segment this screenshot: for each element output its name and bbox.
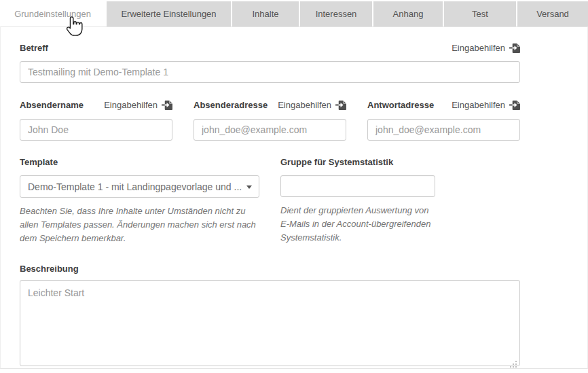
gruppe-field: Gruppe für Systemstatistik Dient der gru… bbox=[280, 157, 435, 245]
beschreibung-label: Beschreibung bbox=[20, 264, 79, 274]
chevron-down-icon bbox=[246, 185, 252, 189]
template-row: Template Demo-Template 1 - mit Landingpa… bbox=[20, 157, 520, 245]
absendername-field: Absendername Eingabehilfen bbox=[20, 100, 172, 141]
template-selected-value: Demo-Template 1 - mit Landingpagevorlage… bbox=[28, 181, 242, 192]
absenderadresse-field: Absenderadresse Eingabehilfen bbox=[194, 100, 346, 141]
tab-anhang[interactable]: Anhang bbox=[373, 1, 443, 26]
arrow-into-page-icon bbox=[335, 100, 346, 110]
betreff-label: Betreff bbox=[20, 43, 48, 53]
betreff-header: Betreff Eingabehilfen bbox=[20, 43, 520, 53]
antwortadresse-eingabehilfen-link[interactable]: Eingabehilfen bbox=[452, 100, 520, 110]
beschreibung-textarea[interactable]: Leichter Start bbox=[20, 280, 520, 366]
tab-interessen[interactable]: Interessen bbox=[300, 1, 372, 26]
arrow-into-page-icon bbox=[162, 100, 172, 110]
absendername-eingabehilfen-link[interactable]: Eingabehilfen bbox=[104, 100, 172, 110]
antwortadresse-label: Antwortadresse bbox=[367, 100, 434, 110]
absendername-input[interactable] bbox=[20, 119, 172, 141]
tab-test[interactable]: Test bbox=[444, 1, 516, 26]
absenderadresse-input[interactable] bbox=[194, 119, 346, 141]
template-help-text: Beachten Sie, dass Ihre Inhalte unter Um… bbox=[20, 205, 259, 245]
eingabehilfen-label: Eingabehilfen bbox=[452, 43, 505, 53]
arrow-into-page-icon bbox=[509, 100, 520, 110]
tab-versand[interactable]: Versand bbox=[517, 1, 588, 26]
template-select[interactable]: Demo-Template 1 - mit Landingpagevorlage… bbox=[20, 175, 259, 198]
gruppe-input[interactable] bbox=[280, 175, 435, 197]
gruppe-label: Gruppe für Systemstatistik bbox=[280, 157, 393, 167]
betreff-eingabehilfen-link[interactable]: Eingabehilfen bbox=[452, 43, 520, 53]
tab-inhalte[interactable]: Inhalte bbox=[232, 1, 299, 26]
arrow-into-page-icon bbox=[509, 43, 520, 53]
tab-erweiterte-einstellungen[interactable]: Erweiterte Einstellungen bbox=[107, 1, 231, 26]
gruppe-help-text: Dient der gruppierten Auswertung von E-M… bbox=[280, 204, 435, 245]
grundeinstellungen-panel: Betreff Eingabehilfen Absendername Einga… bbox=[0, 26, 588, 369]
absendername-label: Absendername bbox=[20, 100, 84, 110]
sender-row: Absendername Eingabehilfen bbox=[20, 100, 520, 141]
eingabehilfen-label: Eingabehilfen bbox=[104, 100, 158, 110]
eingabehilfen-label: Eingabehilfen bbox=[452, 100, 505, 110]
betreff-input[interactable] bbox=[20, 61, 520, 83]
absenderadresse-label: Absenderadresse bbox=[194, 100, 268, 110]
tab-bar: Grundeinstellungen Erweiterte Einstellun… bbox=[0, 0, 588, 26]
template-label: Template bbox=[20, 157, 58, 167]
beschreibung-field: Beschreibung Leichter Start bbox=[20, 264, 520, 366]
absenderadresse-eingabehilfen-link[interactable]: Eingabehilfen bbox=[278, 100, 346, 110]
tab-grundeinstellungen[interactable]: Grundeinstellungen bbox=[0, 1, 105, 26]
eingabehilfen-label: Eingabehilfen bbox=[278, 100, 331, 110]
template-field: Template Demo-Template 1 - mit Landingpa… bbox=[20, 157, 280, 245]
antwortadresse-field: Antwortadresse Eingabehilfen bbox=[367, 100, 520, 141]
antwortadresse-input[interactable] bbox=[367, 119, 520, 141]
